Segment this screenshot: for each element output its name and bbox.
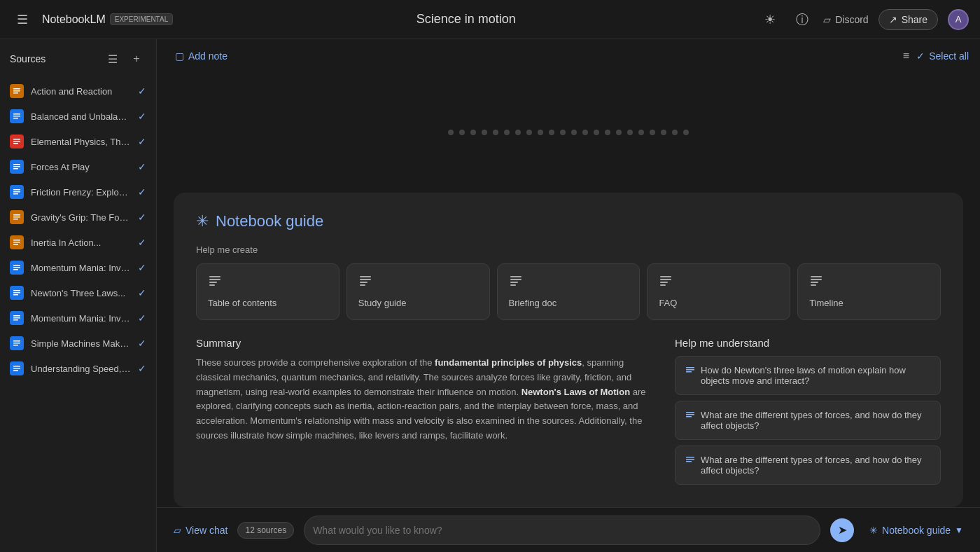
source-type-icon: [10, 160, 24, 174]
svg-rect-44: [510, 276, 522, 277]
list-item[interactable]: Elemental Physics, Third... ✓: [0, 129, 156, 154]
source-label: Forces At Play: [31, 162, 131, 172]
source-type-icon: [10, 185, 24, 199]
help-icon[interactable]: ⓘ: [791, 8, 813, 31]
svg-rect-43: [360, 284, 365, 286]
source-checkbox[interactable]: ✓: [138, 237, 146, 248]
source-checkbox[interactable]: ✓: [138, 312, 146, 324]
create-card-faq[interactable]: FAQ: [647, 263, 790, 320]
list-item[interactable]: Friction Frenzy: Explorin... ✓: [0, 179, 156, 205]
source-checkbox[interactable]: ✓: [138, 212, 146, 223]
svg-rect-0: [13, 88, 20, 90]
sources-title: Sources: [10, 53, 46, 64]
card-label: Briefing doc: [509, 297, 557, 310]
svg-rect-4: [13, 116, 20, 117]
content-scroll: ✳ Notebook guide Help me create Table of…: [157, 73, 980, 507]
page-title: Science in motion: [416, 12, 516, 26]
select-all-button[interactable]: ✓ Select all: [916, 50, 969, 62]
create-card-timeline[interactable]: Timeline: [797, 263, 941, 320]
svg-rect-62: [686, 457, 694, 458]
understand-card[interactable]: What are the different types of forces, …: [675, 401, 941, 440]
svg-rect-12: [13, 189, 20, 191]
svg-rect-16: [13, 216, 20, 218]
list-item[interactable]: Momentum Mania: Inves... ✓: [0, 255, 156, 280]
list-item[interactable]: Newton's Three Laws... ✓: [0, 280, 156, 305]
svg-rect-52: [811, 276, 822, 277]
source-checkbox[interactable]: ✓: [138, 186, 146, 198]
card-label: Study guide: [358, 297, 407, 310]
svg-rect-57: [686, 369, 694, 371]
discord-button[interactable]: ▱ Discord: [823, 14, 868, 25]
svg-rect-55: [811, 284, 816, 286]
view-chat-label: View chat: [186, 525, 227, 536]
chat-input-wrapper: [304, 516, 820, 545]
list-item[interactable]: Action and Reaction ✓: [0, 78, 156, 104]
source-type-icon: [10, 235, 24, 249]
list-item[interactable]: Gravity's Grip: The Force... ✓: [0, 205, 156, 230]
source-checkbox[interactable]: ✓: [138, 85, 146, 97]
menu-button[interactable]: ☰: [11, 8, 34, 31]
list-item[interactable]: Understanding Speed, Ve... ✓: [0, 356, 156, 381]
understand-question-text: How do Newton's three laws of motion exp…: [701, 365, 930, 386]
dot: [470, 130, 476, 135]
note-icon: ▢: [175, 50, 184, 62]
understand-card[interactable]: How do Newton's three laws of motion exp…: [675, 356, 941, 395]
source-checkbox[interactable]: ✓: [138, 111, 146, 122]
list-item[interactable]: Simple Machines Make... ✓: [0, 331, 156, 356]
svg-rect-48: [660, 276, 671, 277]
understand-card[interactable]: What are the different types of forces, …: [675, 446, 941, 485]
svg-rect-50: [660, 282, 668, 283]
svg-rect-36: [209, 276, 220, 277]
filter-sort-icon[interactable]: ≡: [903, 50, 909, 62]
list-item[interactable]: Balanced and Unbalance... ✓: [0, 104, 156, 129]
notebook-guide-tab-label: Notebook guide: [882, 525, 951, 536]
filter-button[interactable]: ☰: [103, 49, 122, 69]
create-card-study-guide[interactable]: Study guide: [346, 263, 490, 320]
chat-input[interactable]: [313, 525, 811, 536]
settings-icon[interactable]: ☀: [759, 8, 781, 31]
svg-rect-63: [686, 459, 694, 460]
svg-rect-20: [13, 244, 18, 245]
notebook-guide-tab[interactable]: ✳ Notebook guide ▼: [869, 525, 963, 536]
create-card-briefing-doc[interactable]: Briefing doc: [497, 263, 640, 320]
source-checkbox[interactable]: ✓: [138, 262, 146, 273]
summary-section: Summary These sources provide a comprehe…: [196, 337, 658, 490]
avatar[interactable]: A: [948, 9, 969, 30]
share-label: Share: [902, 14, 927, 25]
list-item[interactable]: Inertia In Action... ✓: [0, 230, 156, 255]
svg-rect-8: [13, 143, 18, 144]
svg-rect-1: [13, 90, 20, 92]
source-checkbox[interactable]: ✓: [138, 363, 146, 374]
sparkle-icon: ✳: [196, 212, 209, 230]
source-checkbox[interactable]: ✓: [138, 161, 146, 172]
source-checkbox[interactable]: ✓: [138, 338, 146, 349]
card-label: Table of contents: [208, 297, 276, 310]
share-button[interactable]: ↗ Share: [878, 9, 938, 30]
svg-rect-56: [686, 367, 694, 368]
add-source-button[interactable]: +: [127, 49, 146, 69]
source-type-icon: [10, 84, 24, 98]
dot: [549, 130, 554, 135]
svg-rect-42: [360, 282, 368, 283]
view-chat-button[interactable]: ▱ View chat: [174, 525, 227, 536]
content-toolbar: ▢ Add note ≡ ✓ Select all: [157, 39, 980, 73]
card-icon: [509, 274, 523, 291]
source-type-icon: [10, 134, 24, 149]
svg-rect-46: [510, 282, 518, 283]
chat-bar: ▱ View chat 12 sources ➤ ✳ Notebook guid…: [157, 507, 980, 552]
send-button[interactable]: ➤: [830, 518, 854, 542]
list-item[interactable]: Momentum Mania: Inves... ✓: [0, 305, 156, 331]
list-item[interactable]: Forces At Play ✓: [0, 154, 156, 179]
svg-rect-2: [13, 92, 18, 94]
svg-rect-26: [13, 294, 18, 296]
top-navigation: ☰ NotebookLM EXPERIMENTAL Science in mot…: [0, 0, 980, 39]
share-icon: ↗: [889, 14, 897, 25]
create-card-table-of-contents[interactable]: Table of contents: [196, 263, 340, 320]
source-label: Friction Frenzy: Explorin...: [31, 187, 131, 198]
dot: [661, 130, 666, 135]
svg-rect-3: [13, 113, 20, 115]
source-checkbox[interactable]: ✓: [138, 287, 146, 298]
svg-rect-59: [686, 412, 694, 413]
add-note-button[interactable]: ▢ Add note: [168, 46, 234, 66]
source-checkbox[interactable]: ✓: [138, 136, 146, 147]
